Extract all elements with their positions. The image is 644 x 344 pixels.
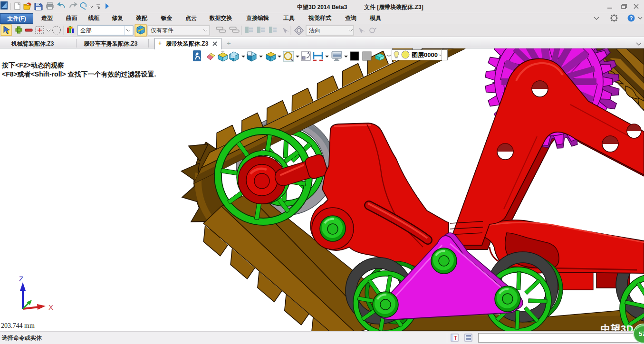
svg-text:X: X (48, 303, 53, 311)
svg-text:57: 57 (639, 330, 644, 337)
svg-text:Z: Z (19, 276, 23, 283)
svg-text:?: ? (630, 15, 633, 21)
svg-text:仅有零件: 仅有零件 (151, 27, 173, 34)
svg-text:法向: 法向 (309, 27, 320, 34)
svg-text:全部: 全部 (80, 27, 92, 34)
svg-text:T: T (454, 335, 457, 341)
